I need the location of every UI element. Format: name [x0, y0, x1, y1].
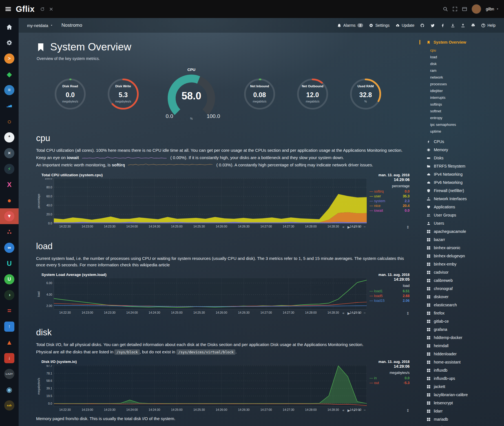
- menu-app-home-assistant[interactable]: home-assistant: [427, 358, 500, 366]
- legend-nice[interactable]: — nice20.4: [370, 204, 410, 208]
- menu-item-network[interactable]: network: [427, 74, 500, 81]
- menu-system-overview[interactable]: System Overview: [419, 40, 500, 44]
- ndnav-twitter[interactable]: [430, 23, 435, 28]
- menu-section-ipv4-networking[interactable]: IPv4 Networking: [427, 170, 500, 179]
- app-sidebar-orange-search[interactable]: ○: [0, 114, 19, 130]
- legend-out[interactable]: — out-5.3: [370, 381, 410, 385]
- ndnav-upload[interactable]: [461, 23, 465, 28]
- zoom-in-button[interactable]: +: [358, 311, 360, 315]
- app-sidebar-orange-chevron[interactable]: >: [0, 51, 19, 66]
- menu-item-ram[interactable]: ram: [427, 67, 500, 74]
- hamburger-menu-icon[interactable]: [5, 6, 11, 12]
- legend-in[interactable]: — in0.0: [370, 376, 410, 381]
- menu-app-firefox[interactable]: firefox: [427, 309, 500, 317]
- legend-load1[interactable]: — load16.51: [370, 289, 410, 294]
- zoom-out-button[interactable]: −: [364, 408, 366, 412]
- menu-app-diskover[interactable]: diskover: [427, 293, 500, 301]
- ndnav-help[interactable]: Help: [481, 23, 496, 28]
- app-sidebar-dark-x[interactable]: ×: [0, 145, 19, 161]
- app-sidebar-red-down[interactable]: ↓: [0, 350, 19, 366]
- zoom-in-button[interactable]: +: [358, 408, 360, 412]
- menu-app-mariadb[interactable]: mariadb: [427, 415, 500, 423]
- menu-app-calibreweb[interactable]: calibreweb: [427, 276, 500, 285]
- close-tab-icon[interactable]: [49, 7, 53, 11]
- menu-item-processes[interactable]: processes: [427, 81, 500, 88]
- app-sidebar-settings[interactable]: [0, 35, 19, 51]
- app-sidebar-orange-disc[interactable]: ●: [0, 193, 19, 208]
- menu-app-lazylibrarian-calibre[interactable]: lazylibrarian-calibre: [427, 391, 500, 399]
- menu-app-apacheguacamole[interactable]: apacheguacamole: [427, 228, 500, 236]
- app-sidebar-blue-waves[interactable]: ▂▅▇: [0, 98, 19, 114]
- user-menu[interactable]: gilbn: [486, 7, 499, 11]
- app-sidebar-blue-infinity[interactable]: ∞: [0, 240, 19, 256]
- app-sidebar-white-disc[interactable]: *: [0, 130, 19, 145]
- menu-app-hiddenloader[interactable]: hiddenloader: [427, 350, 500, 358]
- menu-app-influxdb[interactable]: influxdb: [427, 366, 500, 374]
- app-sidebar-dark-green-disc[interactable]: ◑: [0, 287, 19, 303]
- pan-start-button[interactable]: «: [342, 311, 344, 315]
- menu-app-influxdb-ups[interactable]: influxdb-ups: [427, 374, 500, 383]
- menu-section-firewall-netfilter-[interactable]: Firewall (netfilter): [427, 187, 500, 195]
- app-sidebar-red-cluster[interactable]: ∴: [0, 224, 19, 240]
- app-sidebar-gitlab[interactable]: ▲: [0, 334, 19, 350]
- menu-app-monitorr[interactable]: monitorr: [427, 423, 500, 426]
- menu-app-binhex-emby[interactable]: binhex-emby: [427, 260, 500, 268]
- fullscreen-icon[interactable]: [452, 6, 457, 12]
- app-sidebar-blue-up[interactable]: ↑: [0, 319, 19, 334]
- ndnav-alarms[interactable]: Alarms2: [337, 23, 363, 28]
- chart-plot-area[interactable]: 14:22:3014:23:0014:23:3014:24:0014:24:30…: [41, 178, 367, 229]
- menu-app-elasticsearch[interactable]: elasticsearch: [427, 301, 500, 309]
- menu-item-load[interactable]: load: [427, 54, 500, 61]
- menu-app-chronograf[interactable]: chronograf: [427, 285, 500, 293]
- menu-app-cadvisor[interactable]: cadvisor: [427, 268, 500, 276]
- app-sidebar-green-u[interactable]: U: [0, 271, 19, 287]
- menu-section-btrfs-filesystem[interactable]: BTRFS filesystem: [427, 162, 500, 170]
- menu-app-lidarr[interactable]: lidarr: [427, 407, 500, 415]
- chart-resize-handle[interactable]: ⇕: [406, 408, 410, 413]
- legend-load15[interactable]: — load152.06: [370, 298, 410, 303]
- menu-app-grafana[interactable]: grafana: [427, 325, 500, 334]
- play-button[interactable]: ▶: [348, 311, 350, 315]
- menu-app-binhex-delugevpn[interactable]: binhex-delugevpn: [427, 252, 500, 260]
- menu-item-disk[interactable]: disk: [427, 61, 500, 67]
- app-sidebar-bolt-app[interactable]: ⚡: [0, 161, 19, 177]
- ndnav-print[interactable]: [471, 23, 475, 28]
- menu-app-heimdall[interactable]: heimdall: [427, 342, 500, 350]
- menu-section-user-groups[interactable]: User Groups: [427, 211, 500, 219]
- chart-plot-area[interactable]: 14:22:3014:23:0014:23:3014:24:0014:24:30…: [41, 365, 367, 413]
- app-sidebar-home[interactable]: [0, 19, 19, 35]
- ndnav-settings[interactable]: Settings: [369, 23, 390, 28]
- menu-item-entropy[interactable]: entropy: [427, 115, 500, 121]
- menu-app-hddtemp-docker[interactable]: hddtemp-docker: [427, 334, 500, 342]
- menu-app-letsencrypt[interactable]: letsencrypt: [427, 399, 500, 407]
- menu-app-jackett[interactable]: jackett: [427, 383, 500, 391]
- app-sidebar-blue-server[interactable]: ≡: [0, 82, 19, 98]
- menu-item-ipc-semaphores[interactable]: ipc semaphores: [427, 121, 500, 128]
- legend-softirq[interactable]: — softirq0.0: [370, 189, 410, 194]
- chart-resize-handle[interactable]: ⇕: [406, 311, 410, 316]
- tabs-icon[interactable]: [462, 6, 467, 12]
- zoom-out-button[interactable]: −: [364, 225, 366, 229]
- menu-section-users[interactable]: Users: [427, 219, 500, 228]
- zoom-out-button[interactable]: −: [364, 311, 366, 315]
- menu-item-softirqs[interactable]: softirqs: [427, 101, 500, 108]
- menu-section-applications[interactable]: Applications: [427, 203, 500, 211]
- pan-start-button[interactable]: «: [342, 408, 344, 412]
- legend-user[interactable]: — user35.3: [370, 194, 410, 199]
- pan-end-button[interactable]: »: [353, 408, 355, 412]
- ndnav-github[interactable]: [420, 23, 425, 28]
- menu-item-idlejitter[interactable]: idlejitter: [427, 88, 500, 94]
- menu-item-cpu[interactable]: cpu: [427, 47, 500, 54]
- pan-start-button[interactable]: «: [342, 225, 344, 229]
- legend-iowait[interactable]: — iowait0.0: [370, 208, 410, 213]
- chart-plot-area[interactable]: 14:22:3014:23:0014:23:3014:24:0014:24:30…: [41, 278, 367, 316]
- ndnav-facebook[interactable]: [441, 23, 445, 28]
- cpu-chart[interactable]: percentageTotal CPU utilization (system.…: [36, 173, 417, 229]
- search-icon[interactable]: [443, 6, 448, 12]
- load-chart[interactable]: loadSystem Load Average (system.load)14:…: [36, 273, 417, 316]
- menu-app-binhex-airsonic[interactable]: binhex-airsonic: [427, 244, 500, 252]
- play-button[interactable]: ▶: [348, 408, 350, 412]
- menu-section-disks[interactable]: Disks: [427, 154, 500, 162]
- play-button[interactable]: ▶: [348, 225, 350, 229]
- menu-section-ipv6-networking[interactable]: IPv6 Networking: [427, 179, 500, 187]
